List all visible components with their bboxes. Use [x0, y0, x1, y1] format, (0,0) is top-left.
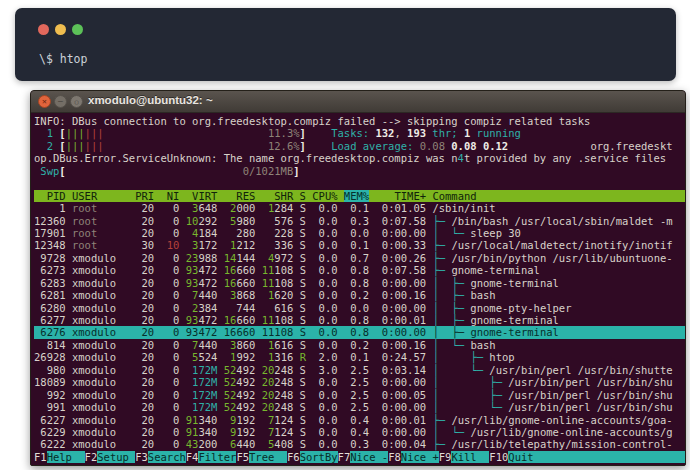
process-row-1[interactable]: 1 root 20 0 3648 2000 1284 S 0.0 0.1 0:0… — [34, 202, 685, 214]
tree-branch-icon: │ ├─ — [432, 314, 470, 326]
tree-branch-icon: │ ├─ — [432, 389, 508, 401]
minimize-light-icon — [55, 24, 66, 35]
process-row-814[interactable]: 814 xmodulo 20 0 7440 3860 1616 S 0.0 0.… — [34, 339, 685, 351]
process-row-12348[interactable]: 12348 root 30 10 3172 1212 336 S 0.0 0.1… — [34, 239, 685, 251]
column-header-virt: VIRT — [186, 190, 218, 202]
tree-branch-icon: ├─ — [432, 239, 451, 251]
maximize-icon: ▢ — [75, 99, 79, 105]
tree-branch-icon: │ └─ — [432, 401, 508, 413]
shell-snippet-card: \$ htop — [15, 8, 676, 81]
tree-branch-icon: │ └─ — [432, 227, 470, 239]
tree-branch-icon: │ ├─ — [432, 289, 470, 301]
process-row-980[interactable]: 980 xmodulo 20 0 172M 52492 20248 S 3.0 … — [34, 364, 685, 376]
fkey-f7[interactable]: F7Nice - — [338, 451, 389, 463]
process-row-992[interactable]: 992 xmodulo 20 0 172M 52492 20248 S 0.0 … — [34, 389, 685, 401]
tree-branch-icon: ├─ — [432, 215, 451, 227]
process-row-991[interactable]: 991 xmodulo 20 0 172M 52492 20248 S 0.0 … — [34, 401, 685, 413]
process-row-18089[interactable]: 18089 xmodulo 20 0 172M 52492 20248 S 0.… — [34, 376, 685, 388]
tree-branch-icon: │ ├─ — [432, 326, 470, 338]
tree-branch-icon: ├─ — [432, 264, 451, 276]
fkey-f6[interactable]: F6SortBy — [287, 451, 338, 463]
tree-branch-icon: ├─ — [432, 414, 451, 426]
column-header-pid: PID — [34, 190, 66, 202]
process-row-6229[interactable]: 6229 xmodulo 20 0 91340 9192 7124 S 0.0 … — [34, 426, 685, 438]
process-row-9728[interactable]: 9728 xmodulo 20 0 23988 14144 4972 S 0.0… — [34, 252, 685, 264]
process-row-12360[interactable]: 12360 root 20 0 10292 5980 576 S 0.0 0.3… — [34, 215, 685, 227]
minimize-button[interactable]: – — [54, 95, 67, 108]
process-row-6281[interactable]: 6281 xmodulo 20 0 7440 3868 1620 S 0.0 0… — [34, 289, 685, 301]
traffic-lights — [38, 24, 83, 35]
swap-meter: Swp[ 0/1021MB] — [34, 165, 685, 177]
process-row-6227[interactable]: 6227 xmodulo 20 0 91340 9192 7124 S 0.0 … — [34, 414, 685, 426]
column-header-cpu: CPU% — [312, 190, 337, 202]
maximize-light-icon — [72, 24, 83, 35]
table-header[interactable]: PID USER PRI NI VIRT RES SHR S CPU% MEM%… — [34, 190, 685, 202]
page: \$ htop ✕ – ▢ xmodulo@ubuntu32: ~ INFO: … — [0, 0, 690, 470]
process-row-6222[interactable]: 6222 xmodulo 20 0 43200 6440 5408 S 0.0 … — [34, 438, 685, 450]
cpu-meter-2: 2 [|||||| 12.6%] Load average: 0.08 0.08… — [34, 140, 685, 152]
fkey-f4[interactable]: F4Filter — [186, 451, 237, 463]
tree-branch-icon: │ └─ — [432, 426, 470, 438]
process-row-6273[interactable]: 6273 xmodulo 20 0 93472 16660 11108 S 0.… — [34, 264, 685, 276]
tree-branch-icon: │ ├─ — [432, 351, 489, 363]
terminal-window: ✕ – ▢ xmodulo@ubuntu32: ~ INFO: DBus con… — [30, 90, 686, 466]
process-row-6283[interactable]: 6283 xmodulo 20 0 93472 16660 11108 S 0.… — [34, 277, 685, 289]
terminal-titlebar[interactable]: ✕ – ▢ xmodulo@ubuntu32: ~ — [31, 91, 685, 113]
fkey-f1[interactable]: F1Help — [34, 451, 85, 463]
close-icon: ✕ — [42, 98, 47, 106]
tree-branch-icon: │ ├─ — [432, 277, 470, 289]
column-header-time: TIME+ — [375, 190, 426, 202]
process-row-6277[interactable]: 6277 xmodulo 20 0 93472 16660 11108 S 0.… — [34, 314, 685, 326]
process-row-17901[interactable]: 17901 root 20 0 4184 280 228 S 0.0 0.0 0… — [34, 227, 685, 239]
fkey-f5[interactable]: F5Tree — [236, 451, 287, 463]
process-row-26928[interactable]: 26928 xmodulo 20 0 5524 1992 1316 R 2.0 … — [34, 351, 685, 363]
minimize-icon: – — [58, 98, 63, 106]
fkey-f2[interactable]: F2Setup — [85, 451, 136, 463]
close-light-icon — [38, 24, 49, 35]
fkey-f3[interactable]: F3Search — [135, 451, 186, 463]
fkey-f10[interactable]: F10Quit — [489, 451, 685, 463]
tree-branch-icon: │ ├─ — [432, 376, 508, 388]
column-header-command: Command — [432, 190, 476, 202]
tree-branch-icon: ├─ — [432, 438, 451, 450]
process-row-6280[interactable]: 6280 xmodulo 20 0 2384 744 616 S 0.0 0.0… — [34, 302, 685, 314]
fkey-f8[interactable]: F8Nice + — [388, 451, 439, 463]
cpu-meter-1: 1 [|||||| 11.3%] Tasks: 132, 193 thr; 1 … — [34, 127, 685, 139]
column-header-mem: MEM% — [344, 190, 369, 202]
fkey-f9[interactable]: F9Kill — [439, 451, 490, 463]
column-header-res: RES — [224, 190, 256, 202]
tree-branch-icon: ├─ — [432, 252, 451, 264]
column-header-user: USER — [72, 190, 129, 202]
tree-branch-icon: │ └─ — [432, 364, 489, 376]
maximize-button[interactable]: ▢ — [70, 95, 83, 108]
shell-prompt: \$ htop — [39, 52, 87, 66]
log-line-1: INFO: DBus connection to org.freedesktop… — [34, 115, 685, 127]
window-title: xmodulo@ubuntu32: ~ — [88, 94, 213, 106]
tree-branch-icon: │ ├─ — [432, 302, 470, 314]
process-row-6276[interactable]: 6276 xmodulo 20 0 93472 16660 11108 S 0.… — [34, 326, 685, 338]
log-line-2: op.DBus.Error.ServiceUnknown: The name o… — [34, 152, 685, 164]
column-header-ni: NI — [160, 190, 179, 202]
htop-screen: INFO: DBus connection to org.freedesktop… — [31, 113, 685, 465]
column-header-pri: PRI — [135, 190, 154, 202]
function-key-bar: F1Help F2Setup F3SearchF4FilterF5Tree F6… — [34, 451, 685, 463]
tree-branch-icon: │ └─ — [432, 339, 470, 351]
column-header-shr: SHR — [262, 190, 294, 202]
blank-line — [34, 177, 685, 189]
close-button[interactable]: ✕ — [38, 95, 51, 108]
